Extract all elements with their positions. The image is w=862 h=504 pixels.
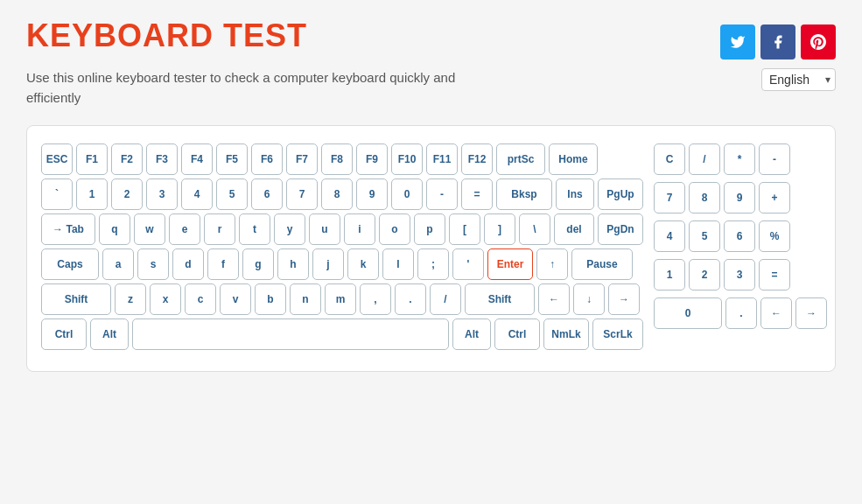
key-bracket-right[interactable]: ] xyxy=(484,214,515,245)
key-p[interactable]: p xyxy=(414,214,445,245)
numpad-key-1[interactable]: 1 xyxy=(654,259,685,290)
numpad-key-3[interactable]: 3 xyxy=(724,259,755,290)
numpad-key-asterisk[interactable]: * xyxy=(724,144,755,175)
key-space[interactable] xyxy=(132,318,449,350)
key-f6[interactable]: F6 xyxy=(251,144,283,175)
key-g[interactable]: g xyxy=(242,248,274,280)
key-n[interactable]: n xyxy=(290,284,321,315)
key-z[interactable]: z xyxy=(115,284,146,315)
key-shift-right[interactable]: Shift xyxy=(465,284,535,315)
numpad-key-dot[interactable]: . xyxy=(725,298,757,329)
key-minus[interactable]: - xyxy=(426,178,458,210)
key-f7[interactable]: F7 xyxy=(286,144,318,175)
numpad-key-equals[interactable]: = xyxy=(759,259,790,290)
key-f12[interactable]: F12 xyxy=(461,144,493,175)
key-y[interactable]: y xyxy=(274,214,305,245)
key-delete[interactable]: del xyxy=(554,214,594,245)
key-c[interactable]: c xyxy=(185,284,216,315)
key-backtick[interactable]: ` xyxy=(41,178,73,210)
key-9[interactable]: 9 xyxy=(356,178,388,210)
numpad-key-plus[interactable]: + xyxy=(759,182,790,214)
key-tab[interactable]: → Tab xyxy=(41,214,95,245)
key-numlk[interactable]: NmLk xyxy=(543,318,589,350)
key-f5[interactable]: F5 xyxy=(216,144,248,175)
key-k[interactable]: k xyxy=(347,248,379,280)
key-1[interactable]: 1 xyxy=(76,178,108,210)
key-f[interactable]: f xyxy=(207,248,239,280)
key-pagedown[interactable]: PgDn xyxy=(598,214,643,245)
key-slash[interactable]: / xyxy=(430,284,461,315)
key-a[interactable]: a xyxy=(102,248,134,280)
key-f10[interactable]: F10 xyxy=(391,144,423,175)
key-home[interactable]: Home xyxy=(549,144,598,175)
key-prtsc[interactable]: prtSc xyxy=(496,144,545,175)
key-left-arrow[interactable]: ← xyxy=(538,284,570,315)
numpad-key-c[interactable]: C xyxy=(654,144,685,175)
key-h[interactable]: h xyxy=(277,248,309,280)
key-f9[interactable]: F9 xyxy=(356,144,388,175)
key-t[interactable]: t xyxy=(239,214,270,245)
key-x[interactable]: x xyxy=(150,284,181,315)
key-5[interactable]: 5 xyxy=(216,178,248,210)
key-alt-right[interactable]: Alt xyxy=(452,318,491,350)
key-2[interactable]: 2 xyxy=(111,178,143,210)
key-d[interactable]: d xyxy=(172,248,204,280)
key-o[interactable]: o xyxy=(379,214,410,245)
key-j[interactable]: j xyxy=(312,248,344,280)
numpad-key-percent[interactable]: % xyxy=(759,220,790,252)
key-esc[interactable]: ESC xyxy=(41,144,73,175)
key-alt-left[interactable]: Alt xyxy=(90,318,129,350)
key-s[interactable]: s xyxy=(137,248,169,280)
key-equals[interactable]: = xyxy=(461,178,493,210)
numpad-key-4[interactable]: 4 xyxy=(654,220,685,252)
key-7[interactable]: 7 xyxy=(286,178,318,210)
key-4[interactable]: 4 xyxy=(181,178,213,210)
numpad-key-left[interactable]: ← xyxy=(760,298,792,329)
key-b[interactable]: b xyxy=(255,284,286,315)
key-pageup[interactable]: PgUp xyxy=(598,178,643,210)
key-q[interactable]: q xyxy=(99,214,130,245)
key-8[interactable]: 8 xyxy=(321,178,353,210)
key-ctrl-right[interactable]: Ctrl xyxy=(494,318,540,350)
key-6[interactable]: 6 xyxy=(251,178,283,210)
twitter-button[interactable] xyxy=(720,24,755,60)
key-w[interactable]: w xyxy=(134,214,165,245)
key-f3[interactable]: F3 xyxy=(146,144,178,175)
key-right-arrow[interactable]: → xyxy=(608,284,640,315)
key-down-arrow[interactable]: ↓ xyxy=(573,284,605,315)
numpad-key-8[interactable]: 8 xyxy=(689,182,720,214)
key-e[interactable]: e xyxy=(169,214,200,245)
numpad-key-slash[interactable]: / xyxy=(689,144,720,175)
key-i[interactable]: i xyxy=(344,214,375,245)
key-enter[interactable]: Enter xyxy=(487,248,533,280)
key-shift-left[interactable]: Shift xyxy=(41,284,111,315)
key-period[interactable]: . xyxy=(395,284,426,315)
key-0[interactable]: 0 xyxy=(391,178,423,210)
key-f11[interactable]: F11 xyxy=(426,144,458,175)
numpad-key-right[interactable]: → xyxy=(795,298,827,329)
numpad-key-2[interactable]: 2 xyxy=(689,259,720,290)
key-f8[interactable]: F8 xyxy=(321,144,353,175)
facebook-button[interactable] xyxy=(760,24,795,60)
numpad-key-6[interactable]: 6 xyxy=(724,220,755,252)
key-ctrl-left[interactable]: Ctrl xyxy=(41,318,87,350)
key-comma[interactable]: , xyxy=(360,284,391,315)
pinterest-button[interactable] xyxy=(801,24,836,60)
key-f1[interactable]: F1 xyxy=(76,144,108,175)
key-l[interactable]: l xyxy=(382,248,414,280)
key-m[interactable]: m xyxy=(325,284,356,315)
key-pause[interactable]: Pause xyxy=(571,248,633,280)
key-3[interactable]: 3 xyxy=(146,178,178,210)
language-select[interactable]: English French German Spanish xyxy=(761,68,836,91)
key-r[interactable]: r xyxy=(204,214,235,245)
key-f2[interactable]: F2 xyxy=(111,144,143,175)
key-up-arrow[interactable]: ↑ xyxy=(536,248,568,280)
key-caps[interactable]: Caps xyxy=(41,248,99,280)
numpad-key-9[interactable]: 9 xyxy=(724,182,755,214)
key-v[interactable]: v xyxy=(220,284,251,315)
key-backslash[interactable]: \ xyxy=(519,214,550,245)
numpad-key-minus[interactable]: - xyxy=(759,144,790,175)
key-bracket-left[interactable]: [ xyxy=(449,214,480,245)
key-quote[interactable]: ' xyxy=(452,248,484,280)
key-u[interactable]: u xyxy=(309,214,340,245)
